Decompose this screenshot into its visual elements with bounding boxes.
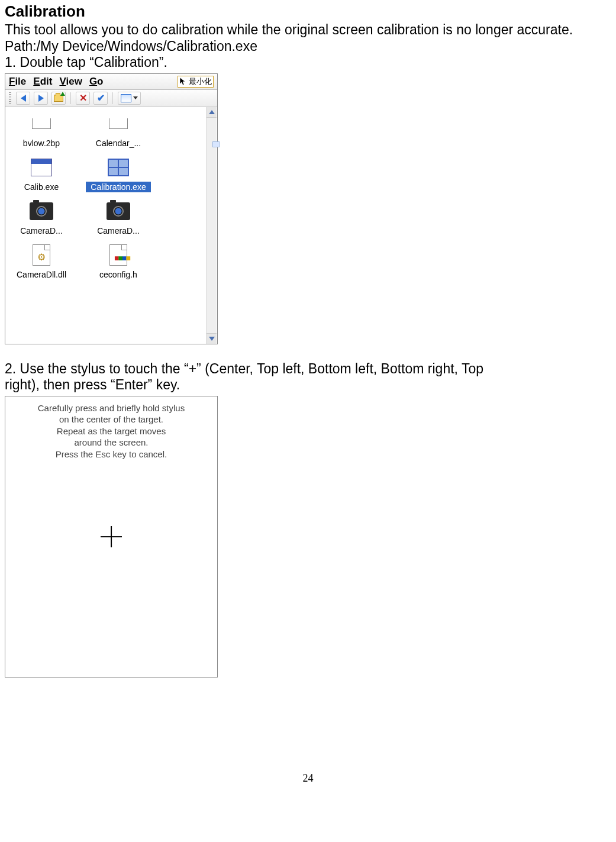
menu-go[interactable]: Go xyxy=(89,76,104,88)
file-item-calendar[interactable]: Calendar_... xyxy=(86,112,151,149)
section-heading: Calibration xyxy=(5,2,611,21)
minimize-annotation: 最小化 xyxy=(178,76,214,88)
path-text: Path:/My Device/Windows/Calibration.exe xyxy=(5,38,611,55)
file-item-ceconfig[interactable]: ■■■■ ceconfig.h xyxy=(86,243,151,280)
step2-text-line2: right), then press “Enter” key. xyxy=(5,377,611,393)
scroll-up-button[interactable] xyxy=(207,107,217,118)
cursor-icon xyxy=(179,77,188,86)
file-label: Calib.exe xyxy=(9,182,74,192)
bitmap-file-icon xyxy=(32,118,51,129)
camera-icon xyxy=(30,202,53,220)
file-label: ceconfig.h xyxy=(86,269,151,280)
file-label: CameraDll.dll xyxy=(9,269,74,280)
menu-edit[interactable]: Edit xyxy=(33,76,52,88)
triangle-up-icon xyxy=(209,110,215,114)
calib-line: around the screen. xyxy=(15,437,208,449)
file-label: Calibration.exe xyxy=(86,182,151,192)
file-label: bvlow.2bp xyxy=(9,138,74,149)
calib-line: Carefully press and briefly hold stylus xyxy=(15,402,208,414)
calib-line: Repeat as the target moves xyxy=(15,425,208,437)
menu-file[interactable]: File xyxy=(9,76,26,88)
toolbar-separator xyxy=(70,92,71,104)
scroll-thumb-indicator xyxy=(212,141,220,147)
file-item-calibration-exe[interactable]: Calibration.exe xyxy=(86,156,151,192)
view-mode-button[interactable] xyxy=(118,92,141,105)
intro-text: This tool allows you to do calibration w… xyxy=(5,22,611,38)
explorer-body: bvlow.2bp Calendar_... Calib.exe Calibra… xyxy=(5,107,217,344)
vertical-scrollbar[interactable] xyxy=(206,107,217,344)
toolbar-grip-icon xyxy=(9,92,11,104)
file-item-camera-1[interactable]: CameraD... xyxy=(9,199,74,236)
chevron-down-icon xyxy=(133,96,138,99)
file-label: CameraD... xyxy=(9,225,74,236)
properties-button[interactable]: ✔ xyxy=(93,92,108,105)
bitmap-file-icon xyxy=(109,118,128,129)
arrow-left-icon xyxy=(21,95,26,102)
forward-button[interactable] xyxy=(34,92,48,105)
back-button[interactable] xyxy=(16,92,30,105)
check-icon: ✔ xyxy=(97,92,105,104)
up-folder-button[interactable] xyxy=(51,92,66,105)
file-item-cameradll[interactable]: ⚙ CameraDll.dll xyxy=(9,243,74,280)
triangle-down-icon xyxy=(209,337,215,341)
file-explorer-screenshot: File Edit View Go 最小化 ✕ ✔ xyxy=(5,73,218,344)
calib-line: Press the Esc key to cancel. xyxy=(15,449,208,460)
step2-text-line1: 2. Use the stylus to touch the “+” (Cent… xyxy=(5,361,611,378)
dll-file-icon: ⚙ xyxy=(33,244,50,266)
header-file-icon: ■■■■ xyxy=(109,244,127,266)
calibration-instructions: Carefully press and briefly hold stylus … xyxy=(5,396,217,460)
step1-text: 1. Double tap “Calibration”. xyxy=(5,54,611,71)
annotation-label: 最小化 xyxy=(189,76,212,87)
calib-line: on the center of the target. xyxy=(15,414,208,425)
delete-button[interactable]: ✕ xyxy=(76,92,90,105)
window-icon xyxy=(121,94,131,102)
calibration-screenshot: Carefully press and briefly hold stylus … xyxy=(5,396,218,678)
folder-up-icon xyxy=(54,95,63,102)
file-item-calib-exe[interactable]: Calib.exe xyxy=(9,156,74,192)
executable-icon xyxy=(108,159,129,176)
file-item-camera-2[interactable]: CameraD... xyxy=(86,199,151,236)
explorer-menubar: File Edit View Go 最小化 xyxy=(5,74,217,90)
explorer-toolbar: ✕ ✔ xyxy=(5,90,217,107)
page-number: 24 xyxy=(5,772,611,785)
file-label: CameraD... xyxy=(86,225,151,236)
calibration-target-crosshair-icon[interactable] xyxy=(101,526,122,547)
menu-view[interactable]: View xyxy=(59,76,82,88)
arrow-right-icon xyxy=(38,95,44,102)
file-label: Calendar_... xyxy=(86,138,151,149)
x-icon: ✕ xyxy=(79,92,87,104)
scroll-down-button[interactable] xyxy=(207,333,217,344)
toolbar-separator xyxy=(112,92,113,104)
file-item-bvlow[interactable]: bvlow.2bp xyxy=(9,112,74,149)
camera-icon xyxy=(107,202,130,220)
application-icon xyxy=(31,159,52,176)
